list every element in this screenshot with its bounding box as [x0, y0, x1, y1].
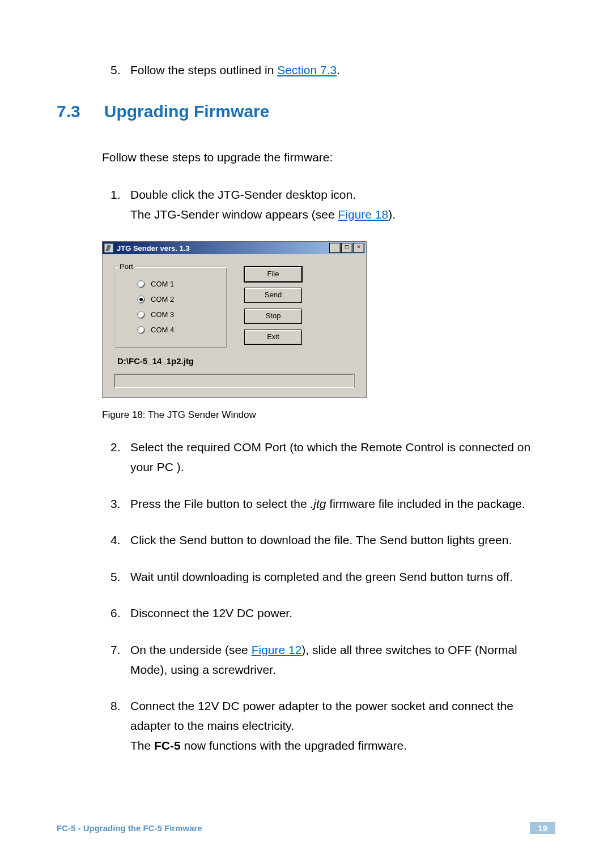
step-6: 6. Disconnect the 12V DC power. — [110, 604, 555, 623]
step-text: Press the File button to select the .jtg… — [130, 494, 555, 514]
step-text: Select the required COM Port (to which t… — [130, 438, 555, 477]
step-2: 2. Select the required COM Port (to whic… — [110, 438, 555, 477]
step-text: Click the Send button to download the fi… — [130, 531, 555, 550]
step-number: 4. — [110, 531, 130, 550]
page-footer: FC-5 - Upgrading the FC-5 Firmware 19 — [57, 822, 555, 834]
page-number: 19 — [530, 822, 555, 834]
step-1: 1. Double click the JTG-Sender desktop i… — [110, 185, 555, 224]
step-number: 7. — [110, 640, 130, 679]
radio-icon — [137, 326, 145, 334]
step-text: On the underside (see Figure 12), slide … — [130, 640, 555, 679]
intro-paragraph: Follow these steps to upgrade the firmwa… — [102, 148, 555, 166]
maximize-button[interactable]: □ — [341, 243, 352, 253]
step-8: 8. Connect the 12V DC power adapter to t… — [110, 696, 555, 755]
step-text: Connect the 12V DC power adapter to the … — [130, 696, 555, 755]
step-5: 5. Wait until downloading is completed a… — [110, 567, 555, 587]
step-7: 7. On the underside (see Figure 12), sli… — [110, 640, 555, 679]
radio-icon — [137, 311, 145, 319]
radio-icon — [137, 296, 145, 303]
app-icon — [104, 243, 113, 253]
radio-label: COM 4 — [151, 326, 174, 334]
step-number: 8. — [110, 696, 130, 755]
step-number: 6. — [110, 604, 130, 623]
radio-label: COM 1 — [151, 280, 174, 288]
window-title: JTG Sender vers. 1.3 — [117, 244, 329, 253]
jtg-sender-window: JTG Sender vers. 1.3 _ □ × Port COM 1 — [102, 241, 367, 398]
figure-link[interactable]: Figure 12 — [252, 643, 302, 656]
radio-com1[interactable]: COM 1 — [137, 280, 220, 288]
radio-com3[interactable]: COM 3 — [137, 310, 220, 319]
step-number: 3. — [110, 494, 130, 514]
radio-com2[interactable]: COM 2 — [137, 295, 220, 303]
close-button[interactable]: × — [353, 243, 364, 253]
radio-label: COM 2 — [151, 295, 174, 303]
groupbox-label: Port — [118, 262, 135, 271]
radio-label: COM 3 — [151, 310, 174, 319]
figure-jtg-sender-window: JTG Sender vers. 1.3 _ □ × Port COM 1 — [102, 241, 555, 398]
send-button[interactable]: Send — [244, 288, 302, 303]
list-item-text: Follow the steps outlined in Section 7.3… — [130, 61, 340, 79]
progress-bar — [114, 374, 355, 388]
figure-caption: Figure 18: The JTG Sender Window — [102, 409, 555, 421]
minimize-button[interactable]: _ — [329, 243, 341, 253]
step-3: 3. Press the File button to select the .… — [110, 494, 555, 514]
step-number: 5. — [110, 567, 130, 587]
radio-com4[interactable]: COM 4 — [137, 326, 220, 334]
file-path-display: D:\FC-5_14_1p2.jtg — [117, 356, 366, 366]
file-button[interactable]: File — [244, 267, 302, 282]
section-heading: 7.3 Upgrading Firmware — [57, 102, 555, 121]
section-title: Upgrading Firmware — [104, 102, 270, 121]
section-link[interactable]: Section 7.3 — [277, 63, 337, 76]
stop-button[interactable]: Stop — [244, 309, 302, 324]
step-text: Disconnect the 12V DC power. — [130, 604, 555, 623]
port-groupbox: Port COM 1 COM 2 COM 3 — [114, 267, 227, 348]
figure-link[interactable]: Figure 18 — [338, 208, 389, 221]
window-titlebar: JTG Sender vers. 1.3 _ □ × — [103, 242, 366, 254]
step-text: Wait until downloading is completed and … — [130, 567, 555, 587]
step-number: 2. — [110, 438, 130, 477]
step-4: 4. Click the Send button to download the… — [110, 531, 555, 550]
list-item-number: 5. — [110, 61, 130, 79]
radio-icon — [137, 280, 145, 288]
footer-text: FC-5 - Upgrading the FC-5 Firmware — [57, 823, 202, 833]
step-number: 1. — [110, 185, 130, 224]
exit-button[interactable]: Exit — [244, 330, 302, 345]
step-text: Double click the JTG-Sender desktop icon… — [130, 188, 356, 201]
section-number: 7.3 — [57, 102, 80, 121]
list-item: 5. Follow the steps outlined in Section … — [110, 61, 555, 79]
